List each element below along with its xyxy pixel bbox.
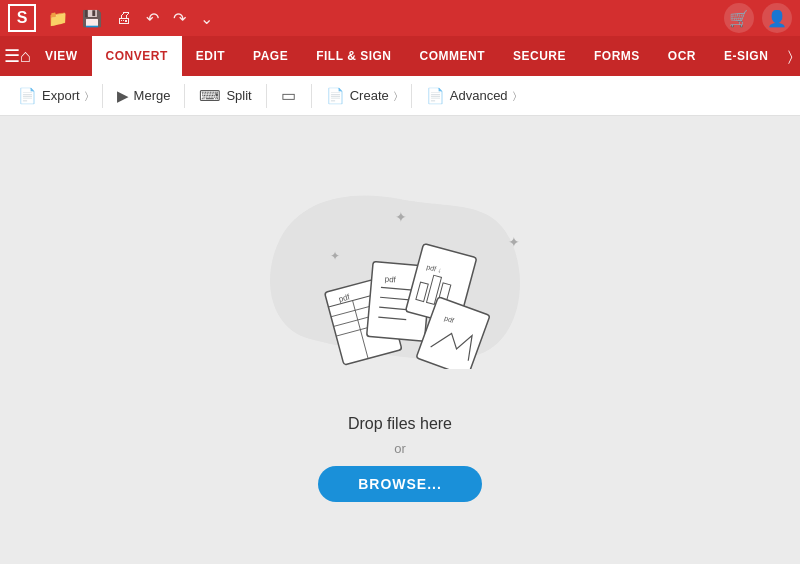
toolbar-divider-2 [184,84,185,108]
app-logo[interactable]: S [8,4,36,32]
menu-bar: ☰ ⌂ VIEW CONVERT EDIT PAGE FILL & SIGN C… [0,36,800,76]
drop-zone-wrapper: ✦ ✦ ✦ pdf [240,179,560,502]
export-icon: 📄 [18,87,37,105]
cart-icon[interactable]: 🛒 [724,3,754,33]
menu-item-ocr[interactable]: OCR [654,36,710,76]
menu-item-edit[interactable]: EDIT [182,36,239,76]
undo-icon[interactable]: ↶ [146,9,159,28]
menu-item-convert[interactable]: CONVERT [92,36,182,76]
merge-button[interactable]: ▶ Merge [107,76,181,115]
menu-item-comment[interactable]: COMMENT [405,36,499,76]
pages-icon: ▭ [281,86,296,105]
toolbar-divider-4 [311,84,312,108]
hamburger-menu-button[interactable]: ☰ [4,38,20,74]
title-bar: S 📁 💾 🖨 ↶ ↷ ⌄ 🛒 👤 [0,0,800,36]
export-button[interactable]: 📄 Export 〉 [8,76,98,115]
or-label: or [394,441,406,456]
pdf-documents-illustration: pdf pdf pdf ↓ [300,209,500,369]
svg-text:pdf: pdf [384,274,397,284]
title-bar-right: 🛒 👤 [724,3,792,33]
toolbar-divider-1 [102,84,103,108]
menu-more-icon[interactable]: 〉 [782,48,799,65]
drop-label: Drop files here [348,415,452,433]
create-chevron-icon: 〉 [394,90,397,102]
create-button[interactable]: 📄 Create 〉 [316,76,407,115]
create-label: Create [350,88,389,103]
menu-item-forms[interactable]: FORMS [580,36,654,76]
export-label: Export [42,88,80,103]
home-button[interactable]: ⌂ [20,38,31,74]
create-icon: 📄 [326,87,345,105]
menu-item-page[interactable]: PAGE [239,36,302,76]
menu-items: VIEW CONVERT EDIT PAGE FILL & SIGN COMME… [31,36,782,76]
merge-icon: ▶ [117,87,129,105]
advanced-icon: 📄 [426,87,445,105]
merge-label: Merge [134,88,171,103]
toolbar-divider-3 [266,84,267,108]
browse-button[interactable]: BROWSE... [318,466,482,502]
save-icon[interactable]: 💾 [82,9,102,28]
toolbar: 📄 Export 〉 ▶ Merge ⌨ Split ▭ 📄 Create 〉 … [0,76,800,116]
toolbar-group-main: 📄 Export 〉 ▶ Merge ⌨ Split ▭ 📄 Create 〉 … [8,76,526,115]
advanced-chevron-icon: 〉 [513,90,516,102]
open-file-icon[interactable]: 📁 [48,9,68,28]
sparkle-3-icon: ✦ [508,234,520,250]
dropdown-icon[interactable]: ⌄ [200,9,213,28]
redo-icon[interactable]: ↷ [173,9,186,28]
export-chevron-icon: 〉 [85,90,88,102]
title-bar-icons: 📁 💾 🖨 ↶ ↷ ⌄ [48,9,213,28]
advanced-button[interactable]: 📄 Advanced 〉 [416,76,526,115]
menu-item-view[interactable]: VIEW [31,36,92,76]
advanced-label: Advanced [450,88,508,103]
split-button[interactable]: ⌨ Split [189,76,261,115]
print-icon[interactable]: 🖨 [116,9,132,27]
pages-button[interactable]: ▭ [271,78,307,114]
menu-item-e-sign[interactable]: E-SIGN [710,36,782,76]
menu-item-fill-sign[interactable]: FILL & SIGN [302,36,405,76]
split-label: Split [226,88,251,103]
menu-item-secure[interactable]: SECURE [499,36,580,76]
menu-bar-right: 〉 ? ⚙ [782,40,800,72]
toolbar-divider-5 [411,84,412,108]
title-bar-left: S 📁 💾 🖨 ↶ ↷ ⌄ [8,4,213,32]
user-icon[interactable]: 👤 [762,3,792,33]
split-icon: ⌨ [199,87,221,105]
main-content: ✦ ✦ ✦ pdf [0,116,800,564]
